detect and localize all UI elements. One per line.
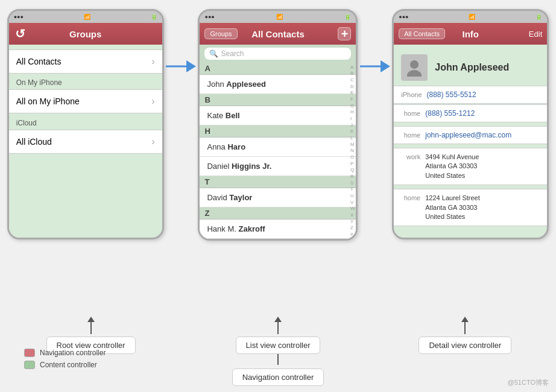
section-label-on-my-iphone: On My iPhone <box>9 74 162 89</box>
phone3-status-bar: ●●● 📶 🔋 <box>394 11 547 23</box>
detail-controller-block: Detail view controller <box>387 322 544 354</box>
info-row-iphone: iPhone (888) 555-5512 <box>394 86 547 104</box>
nav-controller-label: Navigation controller <box>232 368 324 386</box>
arrow2-container <box>360 9 390 75</box>
phone1-back-icon: ↺ <box>15 27 25 41</box>
info-label-home-address: home <box>401 194 420 201</box>
phone3-nav-title: Info <box>463 29 479 39</box>
info-row-home-address: home 1224 Laurel StreetAtlanta GA 30303U… <box>394 189 547 226</box>
legend-content-box <box>24 361 35 369</box>
phone2-nav-title: All Contacts <box>251 29 305 39</box>
legend-content: Content controller <box>24 361 106 369</box>
search-placeholder: Search <box>221 49 244 58</box>
phone1-wifi: 📶 <box>84 14 90 20</box>
list-controller-block: List view controller <box>199 322 356 365</box>
chevron-icon: › <box>151 56 154 67</box>
info-value-iphone: (888) 555-5512 <box>427 90 476 99</box>
phone1-battery: 🔋 <box>151 14 157 20</box>
phone3-signal: ●●● <box>399 14 408 20</box>
legend-content-label: Content controller <box>40 361 97 369</box>
phone2-groups-btn[interactable]: Groups <box>204 28 237 39</box>
phone2-plus-btn[interactable]: + <box>338 27 351 40</box>
legend: Navigation controller Content controller <box>12 344 118 374</box>
search-icon: 🔍 <box>209 49 218 58</box>
group-item-label: All Contacts <box>16 57 62 66</box>
phone2-nav: Groups All Contacts + <box>200 23 356 45</box>
section-header-t: T <box>200 176 356 188</box>
legend-nav: Navigation controller <box>24 349 106 357</box>
phone1-content: All Contacts › On My iPhone All on My iP… <box>9 45 162 238</box>
legend-nav-label: Navigation controller <box>40 349 106 357</box>
phone1-nav: ↺ Groups <box>9 23 162 45</box>
phone2-status-bar: ●●● 📶 🔋 <box>200 11 356 23</box>
contact-item-haro[interactable]: Anna Haro <box>200 138 356 157</box>
group-item-all-on-my-iphone[interactable]: All on My iPhone › <box>9 89 162 113</box>
phone1: ●●● 📶 🔋 ↺ Groups All Contacts › On My iP… <box>7 9 164 239</box>
watermark: @51CTO博客 <box>508 378 549 387</box>
main-container: ●●● 📶 🔋 ↺ Groups All Contacts › On My iP… <box>0 0 556 392</box>
section-label-icloud: iCloud <box>9 114 162 130</box>
phone2-search-bar: 🔍 Search <box>200 45 356 63</box>
detail-controller-label: Detail view controller <box>419 337 511 354</box>
phone1-status-bar: ●●● 📶 🔋 <box>9 11 162 23</box>
phone3-all-contacts-btn[interactable]: All Contacts <box>399 28 445 39</box>
contact-header: John Appleseed <box>394 49 547 86</box>
phone3-nav: All Contacts Info Edit <box>394 23 547 45</box>
info-value-email: john-appleseed@mac.com <box>425 131 511 139</box>
info-row-work-address: work 3494 Kuhl AvenueAtlanta GA 30303Uni… <box>394 148 547 185</box>
info-label-iphone: iPhone <box>401 90 422 98</box>
phone3: ●●● 📶 🔋 All Contacts Info Edit Jo <box>392 9 549 239</box>
section-header-a: A <box>200 63 356 75</box>
contact-item-zakroff[interactable]: Hank M. Zakroff <box>200 220 356 239</box>
contact-item-taylor[interactable]: David Taylor <box>200 188 356 207</box>
phone1-signal: ●●● <box>14 14 24 20</box>
phone3-wifi: 📶 <box>469 14 475 20</box>
phone1-nav-title: Groups <box>69 29 101 39</box>
alpha-index: ABCDE FGHIJ KLMNO PQRST UVWXY Z# <box>350 63 355 239</box>
contact-item-bell[interactable]: Kate Bell <box>200 106 356 125</box>
phone2-search-input[interactable]: 🔍 Search <box>204 48 351 60</box>
contact-avatar <box>401 54 428 81</box>
contact-item-appleseed[interactable]: John Appleseed <box>200 75 356 94</box>
info-row-email: home john-appleseed@mac.com <box>394 126 547 144</box>
info-label-email: home <box>401 131 420 139</box>
phone2: ●●● 📶 🔋 Groups All Contacts + 🔍 Search A <box>198 9 358 241</box>
info-value-home-address: 1224 Laurel StreetAtlanta GA 30303United… <box>425 194 480 221</box>
list-controller-label: List view controller <box>236 337 321 354</box>
info-value-work-address: 3494 Kuhl AvenueAtlanta GA 30303United S… <box>425 153 479 180</box>
section-header-h: H <box>200 125 356 138</box>
arrow1-right <box>166 57 196 75</box>
arrow1-container <box>166 9 196 75</box>
phone3-battery: 🔋 <box>535 14 542 20</box>
chevron-icon: › <box>151 136 154 147</box>
contact-full-name: John Appleseed <box>435 62 509 73</box>
legend-nav-box <box>24 349 35 357</box>
phone3-edit-btn[interactable]: Edit <box>529 30 542 39</box>
group-item-all-icloud[interactable]: All iCloud › <box>9 130 162 154</box>
group-item-label: All iCloud <box>16 137 52 147</box>
avatar-icon <box>405 58 423 77</box>
info-row-home-phone: home (888) 555-1212 <box>394 104 547 122</box>
svg-point-0 <box>410 60 419 69</box>
info-value-home-phone: (888) 555-1212 <box>425 109 475 118</box>
phone3-content: John Appleseed iPhone (888) 555-5512 hom… <box>394 45 547 238</box>
arrow2-right <box>360 57 390 75</box>
group-item-label: All on My iPhone <box>16 96 80 106</box>
section-header-z: Z <box>200 207 356 220</box>
phone2-content: 🔍 Search A John Appleseed B Kate Bell H … <box>200 45 356 239</box>
group-item-all-contacts[interactable]: All Contacts › <box>9 49 162 74</box>
phone2-battery: 🔋 <box>344 14 351 20</box>
svg-point-1 <box>407 70 422 77</box>
chevron-icon: › <box>151 96 154 107</box>
section-header-b: B <box>200 94 356 106</box>
phone2-signal: ●●● <box>204 14 214 20</box>
contacts-list: A John Appleseed B Kate Bell H Anna Haro… <box>200 63 356 239</box>
phones-row: ●●● 📶 🔋 ↺ Groups All Contacts › On My iP… <box>6 6 550 319</box>
phone2-wifi: 📶 <box>276 14 283 20</box>
contact-item-higgins[interactable]: Daniel Higgins Jr. <box>200 157 356 176</box>
info-label-home-phone: home <box>401 109 420 117</box>
info-label-work: work <box>401 153 420 160</box>
